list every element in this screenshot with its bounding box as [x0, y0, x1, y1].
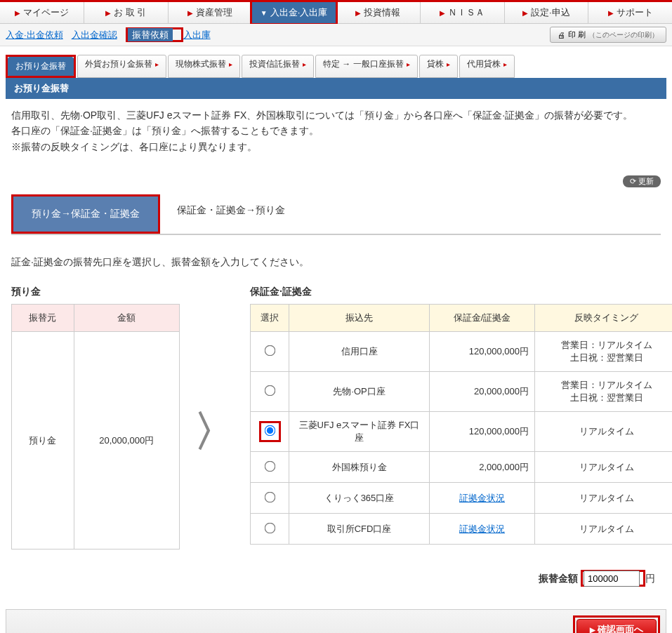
direction-tab-1[interactable]: 保証金・証拠金→預り金	[160, 194, 302, 234]
radio-cell	[251, 514, 289, 545]
dest-radio-2[interactable]	[264, 425, 275, 437]
dest-radio-5[interactable]	[264, 522, 275, 533]
topnav-label: お 取 引	[114, 7, 146, 18]
timing-cell: リアルタイム	[535, 452, 673, 483]
table-row: 外国株預り金2,000,000円リアルタイム	[251, 452, 673, 483]
amount-cell: 20,000,000円	[74, 332, 179, 549]
arrow-icon: ▶	[105, 9, 111, 17]
dest-radio-4[interactable]	[264, 491, 275, 502]
timing-cell: 営業日：リアルタイム土日祝：翌営業日	[535, 332, 673, 372]
source-table: 振替元 金額 預り金 20,000,000円	[11, 304, 180, 549]
timing-cell: 営業日：リアルタイム土日祝：翌営業日	[535, 372, 673, 412]
topnav-label: マイページ	[23, 7, 69, 18]
transfer-amount-input[interactable]	[584, 571, 640, 587]
print-hint: （このページの印刷）	[588, 30, 659, 40]
margin-cell: 証拠金状況	[430, 514, 535, 545]
topnav-label: 入出金·入出庫	[270, 7, 328, 18]
timing-cell: リアルタイム	[535, 412, 673, 452]
col-margin: 保証金/証拠金	[430, 305, 535, 332]
arrow-icon: ▶	[440, 9, 445, 17]
topnav-item-5[interactable]: ▶ＮＩＳＡ	[421, 2, 505, 23]
refresh-icon: ⟳	[630, 177, 636, 186]
topnav-item-2[interactable]: ▶資産管理	[169, 2, 253, 23]
topnav-item-1[interactable]: ▶お 取 引	[84, 2, 169, 23]
topnav-label: 資産管理	[196, 7, 232, 18]
table-row: くりっく365口座証拠金状況リアルタイム	[251, 483, 673, 514]
table-row: 三菱UFJ eスマート証券 FX口座120,000,000円リアルタイム	[251, 412, 673, 452]
table-row: 先物·OP口座20,000,000円営業日：リアルタイム土日祝：翌営業日	[251, 372, 673, 412]
section-title: お預り金振替	[6, 78, 666, 99]
radio-cell	[251, 372, 289, 412]
confirm-button[interactable]: 確認画面へ	[577, 619, 657, 633]
col-timing: 反映タイミング	[535, 305, 673, 332]
sub-navigation: 入金·出金依頼入出金確認振替依頼入出庫 🖨 印 刷 （このページの印刷）	[0, 24, 672, 46]
printer-icon: 🖨	[558, 31, 565, 39]
topnav-label: 投資情報	[364, 7, 400, 18]
margin-cell: 120,000,000円	[430, 412, 535, 452]
dest-cell: 信用口座	[289, 332, 430, 372]
dest-radio-1[interactable]	[264, 385, 275, 397]
col-source: 振替元	[12, 305, 74, 332]
description: 信用取引、先物·OP取引、三菱UFJ eスマート証券 FX、外国株取引については…	[11, 107, 661, 154]
dest-cell: 先物·OP口座	[289, 372, 430, 412]
margin-status-link[interactable]: 証拠金状況	[459, 493, 505, 503]
dest-radio-3[interactable]	[264, 460, 275, 472]
topnav-item-0[interactable]: ▶マイページ	[0, 2, 84, 23]
radio-cell	[251, 452, 289, 483]
arrow-icon: ▶	[15, 9, 20, 17]
source-cell: 預り金	[12, 332, 74, 549]
dest-cell: 外国株預り金	[289, 452, 430, 483]
col-select: 選択	[251, 305, 289, 332]
margin-status-link[interactable]: 証拠金状況	[459, 524, 505, 534]
left-table-title: 預り金	[11, 286, 180, 298]
arrow-right-icon: 〉	[194, 404, 236, 460]
dest-cell: 取引所CFD口座	[289, 514, 430, 545]
top-navigation: ▶マイページ▶お 取 引▶資産管理▼入出金·入出庫▶投資情報▶ＮＩＳＡ▶設定·申…	[0, 0, 672, 24]
instruction-text: 証金·証拠金の振替先口座を選択し、振替金額を入力してください。	[11, 256, 661, 269]
subnav-link-2[interactable]: 振替依頼	[128, 28, 173, 41]
update-button[interactable]: ⟳ 更新	[623, 175, 661, 187]
topnav-label: ＮＩＳＡ	[448, 7, 485, 18]
update-label: 更新	[638, 176, 654, 187]
topnav-label: 設定·申込	[531, 7, 570, 18]
topnav-item-3[interactable]: ▼入出金·入出庫	[252, 2, 336, 23]
topnav-item-4[interactable]: ▶投資情報	[336, 2, 421, 23]
arrow-icon: ▼	[261, 9, 268, 17]
margin-cell: 2,000,000円	[430, 452, 535, 483]
col-amount: 金額	[74, 305, 179, 332]
arrow-icon: ▶	[355, 9, 361, 17]
destination-table: 選択 振込先 保証金/証拠金 反映タイミング 信用口座120,000,000円営…	[250, 304, 672, 545]
direction-tab-0[interactable]: 預り金→保証金・証拠金	[13, 196, 158, 232]
tab-4[interactable]: 特定 → 一般口座振替	[315, 55, 418, 78]
tab-2[interactable]: 現物株式振替	[168, 55, 240, 78]
tab-0[interactable]: お預り金振替	[8, 57, 74, 76]
table-row: 取引所CFD口座証拠金状況リアルタイム	[251, 514, 673, 545]
tab-1[interactable]: 外貨お預り金振替	[77, 55, 166, 78]
tab-3[interactable]: 投資信託振替	[242, 55, 314, 78]
arrow-icon: ▶	[187, 9, 193, 17]
dest-radio-0[interactable]	[264, 345, 275, 357]
dest-cell: 三菱UFJ eスマート証券 FX口座	[289, 412, 430, 452]
currency-unit: 円	[645, 573, 655, 584]
topnav-item-7[interactable]: ▶サポート	[588, 2, 672, 23]
print-button[interactable]: 🖨 印 刷 （このページの印刷）	[550, 27, 666, 43]
subnav-link-3[interactable]: 入出庫	[183, 29, 211, 40]
timing-cell: リアルタイム	[535, 514, 673, 545]
radio-cell	[251, 332, 289, 372]
dest-cell: くりっく365口座	[289, 483, 430, 514]
table-row: 預り金 20,000,000円	[12, 332, 180, 549]
timing-cell: リアルタイム	[535, 483, 673, 514]
arrow-icon: ▶	[608, 9, 614, 17]
right-table-title: 保証金·証拠金	[250, 286, 672, 298]
subnav-link-0[interactable]: 入金·出金依頼	[6, 29, 63, 40]
footer-bar: 確認画面へ	[6, 609, 666, 633]
category-tabs: お預り金振替外貨お預り金振替現物株式振替投資信託振替特定 → 一般口座振替貸株代…	[0, 46, 672, 78]
subnav-link-1[interactable]: 入出金確認	[72, 29, 117, 40]
radio-cell	[251, 412, 289, 452]
margin-cell: 120,000,000円	[430, 332, 535, 372]
transfer-amount-row: 振替金額 円	[11, 571, 655, 587]
topnav-item-6[interactable]: ▶設定·申込	[505, 2, 589, 23]
direction-tabs: 預り金→保証金・証拠金保証金・証拠金→預り金	[11, 194, 661, 235]
tab-6[interactable]: 代用貸株	[459, 55, 515, 78]
tab-5[interactable]: 貸株	[419, 55, 458, 78]
